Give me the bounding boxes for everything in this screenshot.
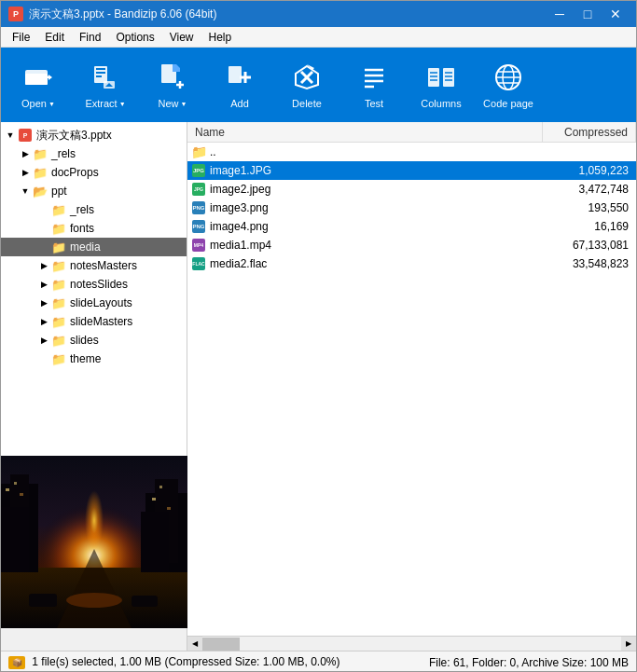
folder-icon-ppt: 📂 <box>33 184 48 199</box>
tree-item-rels-ppt[interactable]: 📁 _rels <box>1 200 187 219</box>
menu-find[interactable]: Find <box>72 29 108 46</box>
test-button[interactable]: Test <box>340 51 408 118</box>
filename-media1: media1.mp4 <box>210 239 539 252</box>
tree-item-fonts[interactable]: 📁 fonts <box>1 219 187 238</box>
rels-ppt-toggle[interactable] <box>38 204 49 215</box>
slidemasters-toggle[interactable]: ▶ <box>38 316 49 327</box>
close-button[interactable]: ✕ <box>602 5 629 23</box>
new-icon <box>156 61 189 94</box>
file-tree: ▼ P 演示文稿3.pptx ▶ 📁 _rels ▶ 📁 docProps <box>1 122 187 372</box>
docprops-toggle[interactable]: ▶ <box>20 167 31 178</box>
tree-item-slidelayouts[interactable]: ▶ 📁 slideLayouts <box>1 294 187 312</box>
scroll-left-arrow[interactable]: ◀ <box>187 637 202 651</box>
notesslides-toggle[interactable]: ▶ <box>38 279 49 290</box>
list-item-up[interactable]: 📁 .. <box>187 143 636 161</box>
tree-item-ppt[interactable]: ▼ 📂 ppt <box>1 182 187 200</box>
test-label: Test <box>365 98 383 109</box>
svg-marker-13 <box>173 64 180 72</box>
app-icon: P <box>8 7 23 21</box>
title-bar-left: P 演示文稿3.pptx - Bandizip 6.06 (64bit) <box>8 7 216 22</box>
rels-ppt-label: _rels <box>70 203 94 216</box>
file-list[interactable]: 📁 .. JPG image1.JPG 1,059,223 JPG image2… <box>187 143 636 636</box>
scroll-right-arrow[interactable]: ▶ <box>621 637 636 651</box>
filename-image3: image3.png <box>210 201 539 214</box>
slides-toggle[interactable]: ▶ <box>38 335 49 346</box>
title-bar: P 演示文稿3.pptx - Bandizip 6.06 (64bit) ─ □… <box>1 1 636 27</box>
preview-panel <box>1 456 187 628</box>
tree-item-notesmasters[interactable]: ▶ 📁 notesMasters <box>1 256 187 275</box>
horizontal-scrollbar[interactable]: ◀ ▶ <box>187 636 636 651</box>
status-text-left: 1 file(s) selected, 1.00 MB (Compressed … <box>32 655 339 668</box>
test-icon <box>357 61 391 94</box>
tree-item-theme[interactable]: 📁 theme <box>1 350 187 368</box>
tree-item-slidemasters[interactable]: ▶ 📁 slideMasters <box>1 312 187 331</box>
rels-root-toggle[interactable]: ▶ <box>20 148 31 159</box>
extract-dropdown-arrow: ▼ <box>119 101 126 107</box>
folder-icon-notesmasters: 📁 <box>51 258 66 273</box>
columns-button[interactable]: Columns <box>408 51 475 118</box>
compressed-image2: 3,472,748 <box>539 183 632 196</box>
png-icon-image3: PNG <box>191 200 206 215</box>
folder-icon-theme: 📁 <box>51 351 66 366</box>
filename-image2: image2.jpeg <box>210 183 539 196</box>
tree-item-media[interactable]: 📁 media <box>1 238 187 256</box>
add-button[interactable]: Add <box>206 51 273 118</box>
svg-rect-8 <box>96 75 102 77</box>
minimize-button[interactable]: ─ <box>547 5 573 23</box>
menu-edit[interactable]: Edit <box>37 29 72 46</box>
columns-icon <box>424 61 458 94</box>
scroll-track[interactable] <box>202 637 621 651</box>
root-label: 演示文稿3.pptx <box>36 128 112 144</box>
new-button[interactable]: New ▼ <box>139 51 206 118</box>
col-header-compressed[interactable]: Compressed <box>543 122 636 142</box>
tree-item-rels-root[interactable]: ▶ 📁 _rels <box>1 144 187 163</box>
root-toggle[interactable]: ▼ <box>5 130 16 141</box>
filename-up: .. <box>210 145 539 158</box>
menu-help[interactable]: Help <box>201 29 240 46</box>
list-item-media1[interactable]: MP4 media1.mp4 67,133,081 <box>187 236 636 254</box>
folder-icon-slidelayouts: 📁 <box>51 295 66 310</box>
jpg-icon-image1: JPG <box>191 163 206 178</box>
notesmasters-toggle[interactable]: ▶ <box>38 260 49 271</box>
list-item-image4[interactable]: PNG image4.png 16,169 <box>187 217 636 236</box>
open-button[interactable]: Open ▼ <box>5 51 72 118</box>
svg-rect-55 <box>132 596 158 607</box>
new-label: New <box>159 98 179 109</box>
theme-toggle[interactable] <box>38 353 49 364</box>
main-area: ▼ P 演示文稿3.pptx ▶ 📁 _rels ▶ 📁 docProps <box>1 122 636 651</box>
menu-file[interactable]: File <box>5 29 37 46</box>
folder-up-icon: 📁 <box>191 144 206 159</box>
tree-item-docprops[interactable]: ▶ 📁 docProps <box>1 163 187 182</box>
tree-area[interactable]: ▼ P 演示文稿3.pptx ▶ 📁 _rels ▶ 📁 docProps <box>1 122 187 476</box>
list-item-image3[interactable]: PNG image3.png 193,550 <box>187 199 636 217</box>
rels-root-label: _rels <box>51 147 76 160</box>
maximize-button[interactable]: □ <box>575 5 601 23</box>
slidelayouts-toggle[interactable]: ▶ <box>38 297 49 309</box>
jpeg-icon-image2: JPG <box>191 182 206 197</box>
docprops-label: docProps <box>51 166 99 179</box>
svg-rect-50 <box>20 493 23 496</box>
svg-rect-6 <box>96 68 105 70</box>
list-item-media2[interactable]: FLAC media2.flac 33,548,823 <box>187 254 636 273</box>
menu-view[interactable]: View <box>162 29 201 46</box>
right-panel: Name Compressed 📁 .. JPG image1.JPG 1,05… <box>187 122 636 651</box>
menu-options[interactable]: Options <box>108 29 161 46</box>
tree-item-notesslides[interactable]: ▶ 📁 notesSlides <box>1 275 187 294</box>
svg-rect-53 <box>167 507 171 510</box>
svg-rect-48 <box>6 488 9 491</box>
delete-button[interactable]: Delete <box>273 51 340 118</box>
tree-item-slides[interactable]: ▶ 📁 slides <box>1 331 187 350</box>
extract-button[interactable]: Extract ▼ <box>72 51 139 118</box>
scroll-thumb[interactable] <box>202 638 240 651</box>
filename-image4: image4.png <box>210 220 539 233</box>
ppt-toggle[interactable]: ▼ <box>20 185 31 197</box>
media-toggle[interactable] <box>38 241 49 253</box>
tree-root-item[interactable]: ▼ P 演示文稿3.pptx <box>1 126 187 144</box>
fonts-label: fonts <box>70 222 94 235</box>
folder-icon-docprops: 📁 <box>33 165 48 180</box>
list-item-image2[interactable]: JPG image2.jpeg 3,472,748 <box>187 180 636 199</box>
codepage-button[interactable]: Code page <box>475 51 542 118</box>
fonts-toggle[interactable] <box>38 223 49 234</box>
col-header-name[interactable]: Name <box>187 122 543 142</box>
list-item-image1[interactable]: JPG image1.JPG 1,059,223 <box>187 161 636 180</box>
